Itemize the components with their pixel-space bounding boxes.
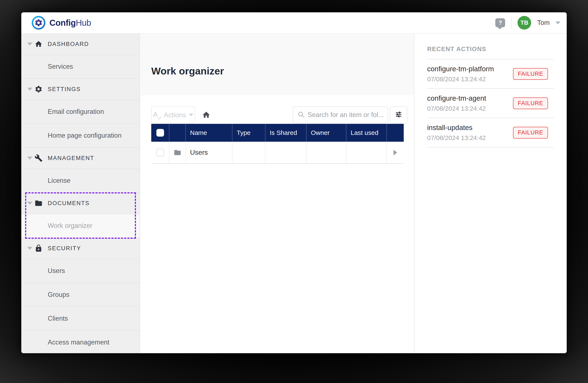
filter-button[interactable] <box>390 106 407 123</box>
header-divider <box>511 17 511 29</box>
column-header-type[interactable]: Type <box>232 124 265 142</box>
wrench-icon <box>35 154 42 162</box>
select-all-checkbox[interactable] <box>156 129 164 137</box>
action-timestamp: 07/08/2024 13:24:42 <box>427 134 486 141</box>
confighub-logo[interactable]: ConfigHub <box>32 16 91 30</box>
main-content: A Actions <box>141 95 414 353</box>
sidebar-section-settings[interactable]: SETTINGS <box>21 79 140 100</box>
row-owner <box>306 142 346 163</box>
breadcrumb-home-icon[interactable] <box>202 111 210 119</box>
search-input[interactable] <box>308 111 383 119</box>
items-table: Name Type Is Shared Owner Last used User… <box>151 124 404 164</box>
status-badge: FAILURE <box>513 68 548 80</box>
select-all-cell <box>151 124 169 142</box>
gear-icon <box>35 85 42 93</box>
sliders-filter-icon <box>394 110 403 120</box>
action-name: install-updates <box>427 124 486 132</box>
sidebar-item-services[interactable]: Services <box>21 55 140 79</box>
expand-arrow-icon[interactable] <box>394 150 397 155</box>
row-name[interactable]: Users <box>185 142 232 163</box>
actions-button[interactable]: A Actions <box>151 106 195 123</box>
folder-icon <box>169 142 185 163</box>
chevron-down-icon <box>27 247 32 250</box>
column-header-is-shared[interactable]: Is Shared <box>265 124 306 142</box>
expand-column-header <box>386 124 404 142</box>
sidebar-section-management[interactable]: MANAGEMENT <box>21 148 140 169</box>
recent-action-item[interactable]: install-updates 07/08/2024 13:24:42 FAIL… <box>427 118 554 148</box>
table-row[interactable]: Users <box>151 142 404 164</box>
row-type <box>232 142 265 163</box>
status-badge: FAILURE <box>513 97 548 109</box>
recent-action-item[interactable]: configure-tm-agent 07/08/2024 13:24:42 F… <box>427 89 554 118</box>
folder-icon <box>35 199 42 207</box>
row-checkbox[interactable] <box>156 149 164 156</box>
search-box <box>293 106 388 123</box>
user-name[interactable]: Tom <box>537 19 550 27</box>
sidebar-item-clients[interactable]: Clients <box>21 307 140 331</box>
actions-icon: A <box>153 111 161 119</box>
confighub-gear-logo-icon <box>32 16 46 30</box>
chevron-down-icon <box>189 114 193 116</box>
recent-actions-title: RECENT ACTIONS <box>427 46 554 59</box>
status-badge: FAILURE <box>513 127 548 138</box>
chevron-down-icon <box>27 88 32 91</box>
column-header-name[interactable]: Name <box>185 124 232 142</box>
sidebar-item-license[interactable]: License <box>21 169 140 193</box>
sidebar-section-security[interactable]: SECURITY <box>21 238 140 259</box>
lock-icon <box>35 244 42 252</box>
table-header-row: Name Type Is Shared Owner Last used <box>151 124 404 142</box>
row-last-used <box>346 142 386 163</box>
confighub-wordmark: ConfigHub <box>49 18 91 28</box>
sidebar-item-email-configuration[interactable]: Email configuration <box>21 100 140 124</box>
top-header: ConfigHub ? TB Tom <box>21 12 567 34</box>
sidebar-item-home-page-configuration[interactable]: Home page configuration <box>21 124 140 148</box>
column-header-owner[interactable]: Owner <box>306 124 346 142</box>
chevron-down-icon <box>27 202 32 205</box>
search-icon <box>297 111 305 119</box>
sidebar-item-groups[interactable]: Groups <box>21 283 140 307</box>
app-window: ConfigHub ? TB Tom DASHBOARD Services SE… <box>21 12 567 353</box>
recent-action-item[interactable]: configure-tm-platform 07/08/2024 13:24:4… <box>427 59 554 89</box>
row-is-shared <box>265 142 306 163</box>
chevron-down-icon <box>27 157 32 160</box>
action-name: configure-tm-agent <box>427 94 486 102</box>
sidebar-item-access-management[interactable]: Access management <box>21 331 140 353</box>
action-timestamp: 07/08/2024 13:24:42 <box>427 105 486 112</box>
action-name: configure-tm-platform <box>427 65 494 73</box>
icon-column-header <box>169 124 185 142</box>
row-select-cell <box>151 142 169 163</box>
avatar[interactable]: TB <box>518 16 531 30</box>
action-timestamp: 07/08/2024 13:24:42 <box>427 76 494 83</box>
help-icon[interactable]: ? <box>495 18 505 27</box>
row-expand-cell <box>386 142 404 163</box>
sidebar-item-users[interactable]: Users <box>21 259 140 283</box>
chevron-down-icon <box>27 42 32 46</box>
sidebar-section-documents[interactable]: DOCUMENTS <box>21 193 140 214</box>
page-title-band: Work organizer <box>141 34 414 95</box>
sidebar-section-dashboard[interactable]: DASHBOARD <box>21 34 140 55</box>
recent-actions-panel: RECENT ACTIONS configure-tm-platform 07/… <box>414 34 567 353</box>
sidebar-item-work-organizer[interactable]: Work organizer <box>21 214 140 238</box>
sidebar-nav: DASHBOARD Services SETTINGS Email config… <box>21 34 140 353</box>
home-icon <box>35 40 42 48</box>
user-menu-chevron-down-icon[interactable] <box>556 21 560 24</box>
column-header-last-used[interactable]: Last used <box>346 124 386 142</box>
page-title: Work organizer <box>151 65 224 77</box>
